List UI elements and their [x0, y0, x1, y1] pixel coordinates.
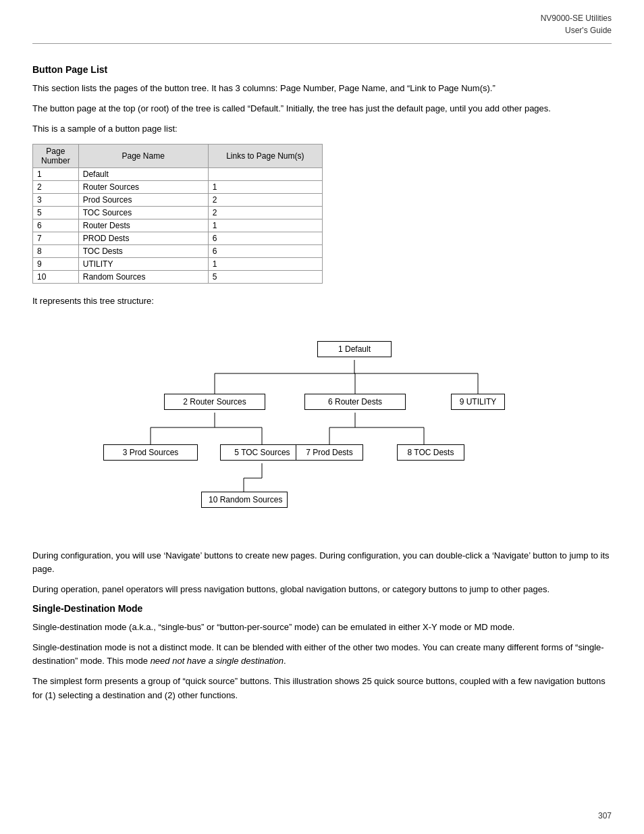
table-cell-num: 7 [33, 232, 79, 245]
table-cell-num: 9 [33, 258, 79, 271]
node-prod-dests: 7 Prod Dests [296, 444, 363, 461]
tree-diagram: 1 Default 2 Router Sources 6 Router Dest… [32, 321, 612, 537]
section2-para2-italic: need not have a single destination [151, 656, 284, 666]
node-router-dests: 6 Router Dests [304, 394, 406, 410]
table-cell-links: 1 [208, 181, 322, 194]
button-page-table: Page Number Page Name Links to Page Num(… [32, 144, 323, 284]
node-utility: 9 UTILITY [451, 394, 505, 410]
table-cell-num: 10 [33, 271, 79, 284]
table-cell-links: 2 [208, 207, 322, 219]
page-header: NV9000-SE Utilities User's Guide [0, 0, 644, 43]
section2-para3: The simplest form presents a group of “q… [32, 675, 612, 702]
table-row: 7PROD Dests6 [33, 232, 323, 245]
table-header-num: Page Number [33, 145, 79, 168]
node-default: 1 Default [317, 341, 392, 357]
footer-page-number: 307 [598, 811, 612, 820]
section1-para2: The button page at the top (or root) of … [32, 102, 612, 115]
node-toc-dests: 8 TOC Dests [397, 444, 464, 461]
table-cell-links: 5 [208, 271, 322, 284]
table-row: 5TOC Sources2 [33, 207, 323, 219]
table-row: 6Router Dests1 [33, 219, 323, 232]
table-row: 1Default [33, 168, 323, 181]
table-cell-links: 1 [208, 258, 322, 271]
tree-intro-label: It represents this tree structure: [32, 294, 612, 308]
table-cell-name: TOC Sources [78, 207, 208, 219]
table-cell-links: 6 [208, 245, 322, 258]
section-single-destination: Single-Destination Mode Single-destinati… [32, 603, 612, 702]
section1-title: Button Page List [32, 64, 612, 75]
table-header-links: Links to Page Num(s) [208, 145, 322, 168]
table-cell-name: Default [78, 168, 208, 181]
table-row: 8TOC Dests6 [33, 245, 323, 258]
page-container: NV9000-SE Utilities User's Guide Button … [0, 0, 644, 834]
table-cell-links [208, 168, 322, 181]
section2-para2-after: . [284, 656, 286, 666]
table-cell-num: 8 [33, 245, 79, 258]
node-prod-sources: 3 Prod Sources [103, 444, 198, 461]
section1-para1: This section lists the pages of the butt… [32, 82, 612, 95]
table-row: 10Random Sources5 [33, 271, 323, 284]
section-button-page-list: Button Page List This section lists the … [32, 64, 612, 596]
section2-para1: Single-destination mode (a.k.a., “single… [32, 621, 612, 634]
table-row: 3Prod Sources2 [33, 194, 323, 207]
table-cell-num: 6 [33, 219, 79, 232]
header-title-line2: User's Guide [32, 24, 612, 36]
table-cell-links: 6 [208, 232, 322, 245]
table-header-name: Page Name [78, 145, 208, 168]
section1-para3: This is a sample of a button page list: [32, 122, 612, 136]
table-cell-name: TOC Dests [78, 245, 208, 258]
section1-para4: During configuration, you will use ‘Navi… [32, 549, 612, 576]
table-cell-num: 2 [33, 181, 79, 194]
table-cell-num: 1 [33, 168, 79, 181]
table-cell-name: PROD Dests [78, 232, 208, 245]
table-row: 9UTILITY1 [33, 258, 323, 271]
table-cell-name: Router Dests [78, 219, 208, 232]
node-random-sources: 10 Random Sources [201, 492, 288, 508]
table-cell-links: 2 [208, 194, 322, 207]
table-cell-name: Router Sources [78, 181, 208, 194]
table-cell-num: 5 [33, 207, 79, 219]
section2-para2-before: Single-destination mode is not a distinc… [32, 642, 604, 666]
section2-para2: Single-destination mode is not a distinc… [32, 641, 612, 668]
table-cell-num: 3 [33, 194, 79, 207]
table-cell-links: 1 [208, 219, 322, 232]
section1-para5: During operation, panel operators will p… [32, 583, 612, 596]
section2-title: Single-Destination Mode [32, 603, 612, 614]
header-title-line1: NV9000-SE Utilities [32, 12, 612, 24]
main-content: Button Page List This section lists the … [0, 44, 644, 729]
table-cell-name: Random Sources [78, 271, 208, 284]
table-row: 2Router Sources1 [33, 181, 323, 194]
node-router-sources: 2 Router Sources [164, 394, 265, 410]
table-cell-name: Prod Sources [78, 194, 208, 207]
node-toc-sources: 5 TOC Sources [220, 444, 304, 461]
table-cell-name: UTILITY [78, 258, 208, 271]
